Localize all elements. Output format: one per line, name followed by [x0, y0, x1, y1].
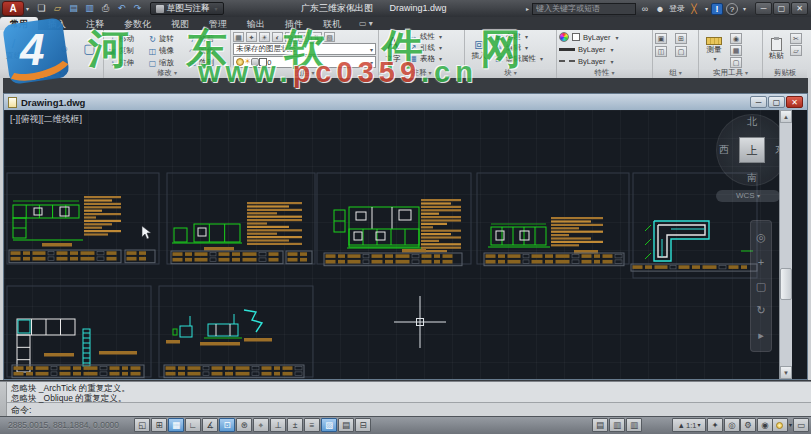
line-button[interactable]: / 直线 — [2, 31, 25, 67]
toggle-lineweight[interactable]: ≡ — [304, 418, 320, 432]
quick-select-icon[interactable]: ◉ — [730, 33, 742, 44]
ribbon-tab-5[interactable]: 管理 — [199, 17, 237, 30]
layer-state-icon[interactable]: ▧ — [324, 32, 335, 42]
annotation-item-0[interactable]: ↔线性▾ — [408, 31, 442, 42]
toggle-infer-constraints[interactable]: ◱ — [134, 418, 150, 432]
ribbon-tab-8[interactable]: 联机 — [313, 17, 351, 30]
group-create-icon[interactable]: ▣ — [655, 33, 667, 44]
signin-label[interactable]: 登录 — [669, 3, 685, 14]
toggle-snap-mode[interactable]: ⊞ — [151, 418, 167, 432]
copy-clip-icon[interactable]: ▱ — [790, 45, 802, 56]
quick-calc-icon[interactable]: ▦ — [730, 45, 742, 56]
group-manager-icon[interactable]: ▢ — [675, 46, 687, 57]
orbit-icon[interactable]: ↻ — [756, 304, 765, 316]
viewport-controls[interactable]: [-][俯视][二维线框] — [10, 113, 82, 126]
toggle-3d-object-snap[interactable]: ⊛ — [236, 418, 252, 432]
measure-button[interactable]: 测量 ▾ — [701, 31, 727, 67]
drawing-minimize-button[interactable]: ─ — [750, 96, 767, 108]
maximize-button[interactable]: ▢ — [773, 2, 790, 15]
ribbon-tab-2[interactable]: 注释 — [76, 17, 114, 30]
layer-match-icon[interactable]: ⇅ — [311, 32, 322, 42]
modify-item-5[interactable]: ◠圆角 — [186, 45, 226, 57]
layer-properties-icon[interactable]: ▦ — [233, 32, 244, 42]
logo-dropdown-arrow-icon[interactable]: ▾ — [26, 5, 29, 12]
toggle-object-snap[interactable]: ⊡ — [219, 418, 235, 432]
layer-lock-icon[interactable]: ⊘ — [285, 32, 296, 42]
viewcube-top-face[interactable]: 上 — [739, 137, 765, 163]
lineweight-dropdown[interactable]: ByLayer ▾ — [559, 43, 650, 55]
toolbar-lock-icon[interactable]: ◉ — [757, 418, 773, 432]
ribbon-tab-4[interactable]: 视图 — [161, 17, 199, 30]
panel-block-label[interactable]: 块 ▾ — [465, 68, 556, 78]
annotation-item-1[interactable]: ↗引线▾ — [408, 42, 442, 53]
layer-prev-icon[interactable]: ↺ — [298, 32, 309, 42]
autoscale-button[interactable]: ◎ — [724, 418, 740, 432]
ribbon-tab-3[interactable]: 参数化 — [114, 17, 161, 30]
scroll-down-icon[interactable]: ▼ — [780, 366, 792, 379]
polyline-button[interactable]: ⌒ — [27, 31, 50, 67]
annotation-visibility-button[interactable]: ✦ — [707, 418, 723, 432]
viewcube-south[interactable]: 南 — [747, 171, 757, 185]
panel-modify-label[interactable]: 修改 ▾ — [104, 68, 230, 78]
steering-wheel-icon[interactable]: ◎ — [756, 231, 766, 243]
save-icon[interactable]: ▤ — [67, 2, 80, 15]
toggle-dynamic-ucs[interactable]: ⊥ — [270, 418, 286, 432]
panel-group-label[interactable]: 组 ▾ — [653, 68, 698, 78]
ribbon-tab-6[interactable]: 输出 — [237, 17, 275, 30]
panel-utilities-label[interactable]: 实用工具 ▾ — [699, 68, 762, 78]
zoom-icon[interactable]: ▢ — [756, 280, 766, 292]
layer-state-dropdown[interactable]: 未保存的图层状态 ▾ — [233, 43, 376, 55]
panel-annotation-label[interactable]: 注释 ▾ — [379, 68, 464, 78]
save-as-icon[interactable]: ▥ — [83, 2, 96, 15]
plot-icon[interactable]: ⎙ — [99, 2, 112, 15]
toggle-ortho-mode[interactable]: ∟ — [185, 418, 201, 432]
block-item-0[interactable]: ◧创建▾ — [494, 31, 543, 42]
close-button[interactable]: ✕ — [791, 2, 808, 15]
signin-person-icon[interactable]: ☻ — [654, 3, 666, 15]
quick-view-drawings-button[interactable]: ▥ — [626, 418, 642, 432]
search-category-arrow-icon[interactable]: ▸ — [526, 5, 529, 12]
object-color-dropdown[interactable]: ByLayer ▾ — [559, 31, 650, 43]
text-button[interactable]: A 文字 — [381, 31, 405, 67]
toggle-dynamic-input[interactable]: ± — [287, 418, 303, 432]
notification-badge-icon[interactable]: ! — [711, 3, 723, 15]
toggle-object-snap-tracking[interactable]: ⌖ — [253, 418, 269, 432]
annotation-scale-button[interactable]: ▲ 1:1 ▾ — [672, 418, 706, 432]
ribbon-minimize-button[interactable]: ▭ ▾ — [359, 17, 373, 30]
layer-isolate-icon[interactable]: ✦ — [246, 32, 257, 42]
toggle-quick-properties[interactable]: ▤ — [338, 418, 354, 432]
ribbon-tab-0[interactable]: 常用 — [0, 17, 38, 30]
new-icon[interactable]: ❏ — [35, 2, 48, 15]
id-point-icon[interactable]: ▢ — [730, 57, 742, 68]
toggle-grid-display[interactable]: ▦ — [168, 418, 184, 432]
modify-item-3[interactable]: ▣复制 — [106, 45, 146, 57]
group-edit-icon[interactable]: ⊞ — [675, 33, 687, 44]
redo-icon[interactable]: ↷ — [131, 2, 144, 15]
viewcube-west[interactable]: 西 — [719, 143, 729, 157]
model-space-canvas[interactable]: [-][俯视][二维线框] 北 南 西 东 上 WCS ▾ ◎ + ▢ — [4, 110, 779, 379]
ribbon-tab-1[interactable]: 插入 — [38, 17, 76, 30]
modify-item-1[interactable]: ↻旋转 — [146, 33, 186, 45]
workspace-switch-gear-icon[interactable]: ⚙ — [740, 418, 756, 432]
viewcube-east[interactable]: 东 — [775, 143, 779, 157]
linetype-dropdown[interactable]: ByLayer ▾ — [559, 55, 650, 67]
help-dropdown-arrow-icon[interactable]: ▾ — [743, 5, 746, 12]
panel-layers-label[interactable]: 图层 ▾ — [231, 68, 378, 78]
isolate-objects-button[interactable] — [772, 418, 788, 432]
layer-freeze-icon[interactable]: ☀ — [259, 32, 270, 42]
command-line-grip[interactable] — [0, 382, 7, 416]
clean-screen-button[interactable]: ▭ — [793, 418, 809, 432]
rectangle-button[interactable]: ▢ — [78, 31, 101, 67]
search-input[interactable] — [532, 3, 636, 15]
panel-properties-label[interactable]: 特性 ▾ — [557, 68, 652, 78]
wcs-dropdown[interactable]: WCS ▾ — [716, 190, 779, 202]
scrollbar-track[interactable] — [780, 123, 792, 366]
circle-button[interactable]: ○ — [53, 31, 76, 67]
workspace-dropdown[interactable]: 草图与注释 ▾ — [150, 2, 224, 15]
layer-dropdown[interactable]: ☀ 0 ▾ — [233, 56, 376, 68]
modify-item-4[interactable]: ◫镜像 — [146, 45, 186, 57]
layer-off-icon[interactable]: ◐ — [272, 32, 283, 42]
toggle-polar-tracking[interactable]: ∡ — [202, 418, 218, 432]
block-item-1[interactable]: ✎编辑▾ — [494, 42, 543, 53]
toggle-selection-cycling[interactable]: ⊟ — [355, 418, 371, 432]
